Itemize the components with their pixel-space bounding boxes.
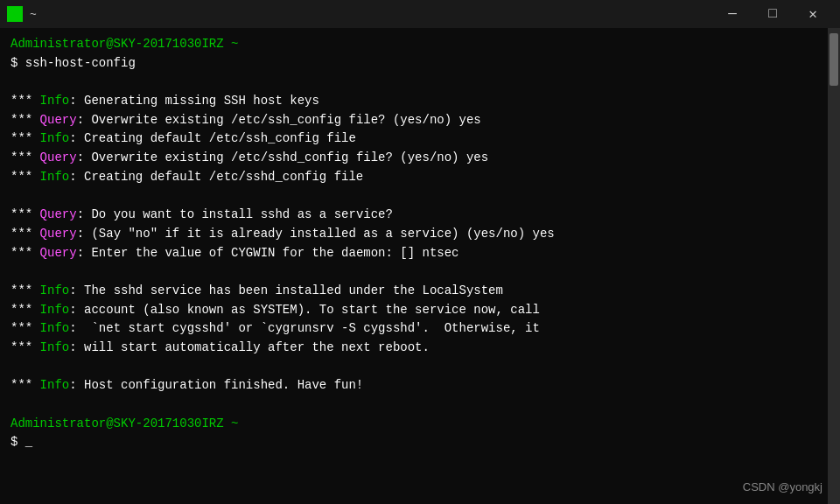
terminal-line: $ ssh-host-config [10,54,817,74]
terminal-line [10,358,817,377]
terminal-line [10,73,817,92]
terminal-line: *** Info: `net start cygsshd' or `cygrun… [10,319,817,339]
terminal-line: Administrator@SKY-20171030IRZ ~ [10,35,817,54]
terminal-line: *** Info: will start automatically after… [10,339,817,358]
minimize-button[interactable]: — [712,0,752,28]
app-icon [7,6,23,22]
terminal-line: *** Query: Overwrite existing /etc/ssh_c… [10,111,817,130]
terminal-content[interactable]: Administrator@SKY-20171030IRZ ~$ ssh-hos… [0,28,828,504]
terminal-window: ~ — □ ✕ Administrator@SKY-20171030IRZ ~$… [0,0,840,504]
terminal-line: *** Info: Creating default /etc/sshd_con… [10,168,817,187]
close-button[interactable]: ✕ [793,0,833,28]
terminal-line: *** Query: (Say "no" if it is already in… [10,225,817,244]
terminal-line: *** Info: Host configuration finished. H… [10,376,817,396]
terminal-line [10,187,817,206]
terminal-line [10,396,817,415]
watermark: CSDN @yongkj [743,480,822,494]
terminal-line: Administrator@SKY-20171030IRZ ~ [10,415,817,434]
terminal-line: *** Query: Do you want to install sshd a… [10,206,817,225]
terminal-line: *** Query: Enter the value of CYGWIN for… [10,244,817,263]
terminal-line: *** Info: account (also known as SYSTEM)… [10,301,817,320]
titlebar-title: ~ [30,8,37,21]
scrollbar-thumb[interactable] [830,33,838,86]
terminal-line: $ _ [10,433,817,452]
terminal-line [10,262,817,282]
scrollbar[interactable] [828,28,840,504]
titlebar: ~ — □ ✕ [0,0,840,28]
terminal-body: Administrator@SKY-20171030IRZ ~$ ssh-hos… [0,28,840,504]
titlebar-controls: — □ ✕ [712,0,833,28]
terminal-line: *** Query: Overwrite existing /etc/sshd_… [10,149,817,168]
terminal-line: *** Info: Generating missing SSH host ke… [10,92,817,111]
terminal-line: *** Info: The sshd service has been inst… [10,282,817,301]
maximize-button[interactable]: □ [752,0,793,28]
titlebar-left: ~ [7,6,37,22]
terminal-line: *** Info: Creating default /etc/ssh_conf… [10,130,817,149]
